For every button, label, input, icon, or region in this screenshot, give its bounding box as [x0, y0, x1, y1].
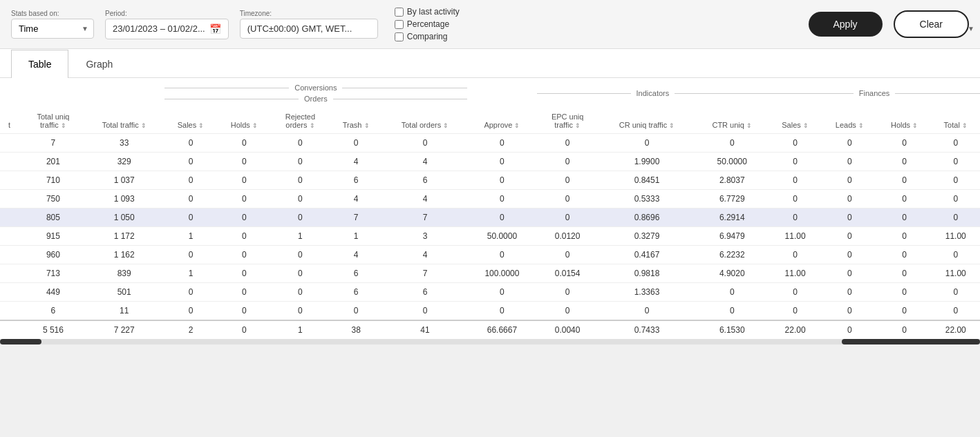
cell-value: 33	[84, 134, 164, 153]
cell-value: 805	[22, 208, 84, 227]
timezone-picker[interactable]: (UTC±00:00) GMT, WET... ▼	[240, 19, 378, 39]
cell-value: 713	[22, 264, 84, 283]
cell-value: 6	[383, 283, 467, 302]
checkbox-by-last-activity[interactable]: By last activity	[395, 7, 460, 17]
cell-value: 1	[164, 264, 218, 283]
checkbox-comparing-input[interactable]	[395, 32, 404, 41]
cell-value: 0	[164, 134, 218, 153]
cell-value: 0	[822, 208, 878, 227]
scrollbar-thumb-left[interactable]	[0, 339, 41, 344]
cell-value: 0.9818	[599, 264, 696, 283]
col-total-traffic[interactable]: Total traffic ⇕	[84, 108, 164, 134]
cell-value: 6.1530	[695, 320, 769, 339]
checkbox-percentage-input[interactable]	[395, 20, 404, 29]
col-trash[interactable]: Trash ⇕	[330, 108, 383, 134]
checkbox-comparing[interactable]: Comparing	[395, 32, 460, 41]
cell-value: 0	[164, 302, 218, 321]
cell-value: 0	[878, 134, 932, 153]
cell-value: 0.7433	[599, 320, 696, 339]
cell-value: 0	[769, 208, 822, 227]
col-holds[interactable]: Holds ⇕	[217, 108, 271, 134]
cell-value: 7	[22, 134, 84, 153]
col-t[interactable]: t	[0, 108, 22, 134]
cell-value: 0	[769, 190, 822, 208]
cell-value: 449	[22, 283, 84, 302]
horizontal-scrollbar[interactable]	[0, 339, 980, 344]
col-fin-sales[interactable]: Sales ⇕	[769, 108, 822, 134]
cell-value: 0	[931, 153, 980, 171]
col-approve[interactable]: Approve ⇕	[467, 108, 536, 134]
cell-value: 0	[695, 302, 769, 321]
cell-value: 201	[22, 153, 84, 171]
cell-value: 100.0000	[467, 264, 536, 283]
cell-value: 0	[164, 246, 218, 264]
col-fin-holds[interactable]: Holds ⇕	[878, 108, 932, 134]
cell-value: 3	[383, 227, 467, 246]
col-cr-uniq-traffic[interactable]: CR uniq traffic ⇕	[599, 108, 696, 134]
cell-value: 0	[164, 283, 218, 302]
col-ctr-uniq[interactable]: CTR uniq ⇕	[695, 108, 769, 134]
col-rejected-orders[interactable]: Rejectedorders ⇕	[271, 108, 329, 134]
cell-value: 0	[822, 246, 878, 264]
cell-value: 0	[878, 153, 932, 171]
cell-value: 0	[467, 190, 536, 208]
checkbox-by-last-activity-label: By last activity	[407, 7, 460, 17]
col-sales[interactable]: Sales ⇕	[164, 108, 218, 134]
cell-value: 7	[330, 208, 383, 227]
data-table: Conversions Orders Indicators	[0, 78, 980, 339]
cell-value: 0	[822, 227, 878, 246]
cell-value: 1	[271, 320, 329, 339]
cell-value: 6	[383, 171, 467, 190]
cell-value: 0	[537, 153, 599, 171]
cell-t	[0, 171, 22, 190]
cell-value: 0	[931, 190, 980, 208]
clear-button[interactable]: Clear	[894, 10, 969, 38]
cell-value: 0	[330, 302, 383, 321]
cell-t	[0, 283, 22, 302]
scrollbar-thumb-right[interactable]	[842, 339, 980, 344]
cell-value: 0	[931, 246, 980, 264]
col-fin-leads[interactable]: Leads ⇕	[822, 108, 878, 134]
tab-table[interactable]: Table	[11, 50, 68, 78]
cell-value: 11.00	[931, 264, 980, 283]
cell-value: 0	[217, 134, 271, 153]
col-total-orders[interactable]: Total orders ⇕	[383, 108, 467, 134]
cell-value: 0.8451	[599, 171, 696, 190]
cell-value: 0	[164, 153, 218, 171]
cell-value: 11.00	[931, 227, 980, 246]
checkbox-by-last-activity-input[interactable]	[395, 8, 404, 17]
cell-value: 0	[878, 264, 932, 283]
col-fin-total[interactable]: Total ⇕	[931, 108, 980, 134]
col-total-uniq-traffic[interactable]: Total uniqtraffic ⇕	[22, 108, 84, 134]
cell-value: 0.3279	[599, 227, 696, 246]
table-row: 9151 1721011350.00000.01200.32796.947911…	[0, 227, 980, 246]
stats-select-wrapper[interactable]: Time ▼	[11, 19, 94, 39]
cell-value: 0	[822, 190, 878, 208]
apply-button[interactable]: Apply	[809, 12, 883, 37]
cell-value: 0	[271, 302, 329, 321]
table-row: 8051 05000077000.86966.29140000	[0, 208, 980, 227]
tab-graph[interactable]: Graph	[68, 50, 130, 78]
column-header-row: t Total uniqtraffic ⇕ Total traffic ⇕ Sa…	[0, 108, 980, 134]
cell-value: 960	[22, 246, 84, 264]
col-epc-uniq-traffic[interactable]: EPC uniqtraffic ⇕	[537, 108, 599, 134]
checkbox-percentage-label: Percentage	[407, 19, 449, 29]
cell-value: 7 227	[84, 320, 164, 339]
cell-value: 0.0040	[537, 320, 599, 339]
cell-value: 6.2232	[695, 246, 769, 264]
period-picker[interactable]: 23/01/2023 – 01/02/2... 📅	[105, 19, 229, 39]
cell-value: 4	[383, 190, 467, 208]
cell-value: 0	[822, 264, 878, 283]
cell-value: 0.4167	[599, 246, 696, 264]
cell-t	[0, 208, 22, 227]
cell-value: 839	[84, 264, 164, 283]
cell-value: 0	[599, 302, 696, 321]
data-table-container: Conversions Orders Indicators	[0, 78, 980, 344]
cell-value: 0	[931, 283, 980, 302]
stats-select[interactable]: Time	[11, 19, 94, 39]
cell-value: 4.9020	[695, 264, 769, 283]
checkbox-percentage[interactable]: Percentage	[395, 19, 460, 29]
cell-value: 50.0000	[467, 227, 536, 246]
cell-t	[0, 190, 22, 208]
cell-value: 0	[330, 134, 383, 153]
